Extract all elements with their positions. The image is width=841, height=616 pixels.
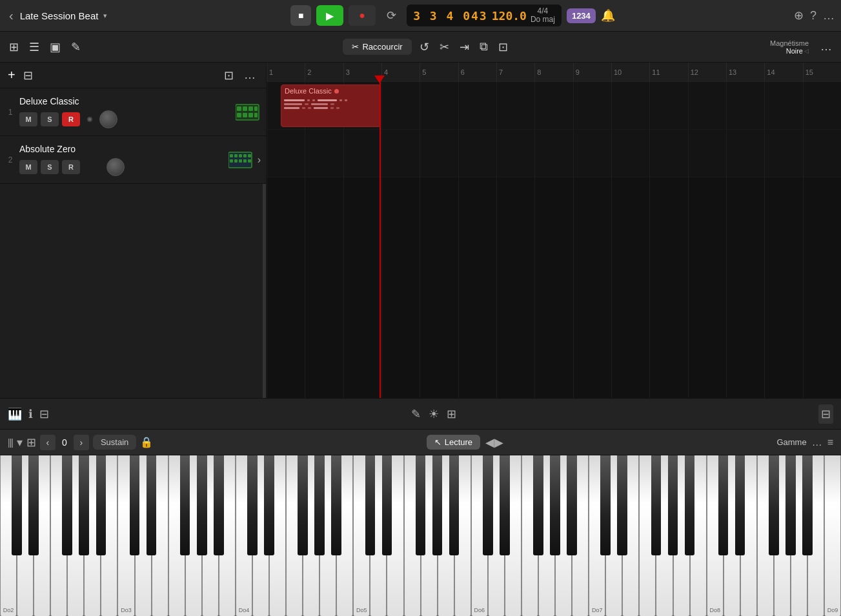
gamme-button[interactable]: Gamme [776,437,806,447]
black-key[interactable] [651,455,662,555]
piano-lines-button[interactable]: ≡ [827,437,833,448]
volume-knob-1[interactable] [99,110,117,128]
black-key[interactable] [382,455,392,555]
playhead[interactable] [380,82,381,398]
loop-button[interactable]: ↺ [417,37,432,57]
back-button[interactable]: ‹ [6,6,16,26]
black-key[interactable] [718,455,729,555]
add-track-button[interactable]: + [8,68,15,83]
black-key[interactable] [365,455,376,555]
help-icon-button[interactable]: ? [810,9,816,23]
more2-button[interactable]: ⊡ [496,37,511,57]
share-icon-button[interactable]: ⊕ [794,8,804,23]
sustain-button[interactable]: Sustain [93,435,136,450]
pencil-tool-btn[interactable]: ✎ [411,407,421,421]
record-button-2[interactable]: R [62,160,80,174]
black-key[interactable] [500,455,510,555]
layout-icon-button[interactable]: ⊞ [26,435,36,450]
black-key[interactable] [62,455,72,555]
sliders-tool-btn[interactable]: ⊞ [447,407,456,421]
mute-button-1[interactable]: M [19,112,37,126]
cycle-button[interactable]: ⟳ [381,5,401,26]
octave-prev-button[interactable]: ‹ [40,435,56,450]
raccourcir-button[interactable]: ✂ Raccourcir [343,39,411,55]
record-button-1[interactable]: R [62,112,80,126]
black-key[interactable] [247,455,258,555]
copy-panel-button[interactable]: ⧉ [477,37,491,56]
black-key[interactable] [735,455,745,555]
black-key[interactable] [483,455,493,555]
mute-button-2[interactable]: M [19,160,37,174]
title-chevron-icon[interactable]: ▾ [103,12,107,20]
key-label: Do2 [3,607,14,613]
resize-handle[interactable] [263,184,266,398]
black-key[interactable] [28,455,39,555]
black-key[interactable] [802,455,813,555]
keyboard-view-button[interactable]: ⊟ [818,404,833,424]
instrument-icon-1[interactable] [235,103,261,122]
list-view-button[interactable]: ☰ [26,37,42,57]
black-key[interactable] [197,455,207,555]
black-key[interactable] [96,455,106,555]
black-key[interactable] [416,455,426,555]
black-key[interactable] [668,455,678,555]
panel-view-button[interactable]: ▣ [47,37,63,57]
solo-button-2[interactable]: S [41,160,59,174]
black-key[interactable] [449,455,460,555]
black-key[interactable] [685,455,695,555]
clip-deluxe-classic[interactable]: Deluxe Classic [281,84,381,127]
black-key[interactable] [550,455,560,555]
black-key[interactable] [533,455,543,555]
black-key[interactable] [314,455,325,555]
black-key[interactable] [600,455,611,555]
black-key[interactable] [298,455,308,555]
black-key[interactable] [12,455,22,555]
track-name: Deluxe Classic [19,96,231,106]
volume-knob-2[interactable] [106,158,125,176]
solo-button-1[interactable]: S [41,112,59,126]
piano-more-button[interactable]: … [812,437,822,448]
pencil-tool-button[interactable]: ✎ [68,37,83,57]
lecture-button[interactable]: ↖ Lecture [427,435,480,450]
instrument-icon-2[interactable] [228,150,254,170]
piano-split-button[interactable]: ⊟ [39,407,49,421]
midi-button[interactable]: 1234 [567,8,596,23]
expand-track-button[interactable]: › [258,154,261,166]
signal-button[interactable]: ◀▶ [485,435,503,450]
black-key[interactable] [769,455,779,555]
scissors-button[interactable]: ✂ [437,37,452,57]
record-button[interactable]: ● [349,5,376,26]
header-panel-button[interactable]: ⊟ [21,66,35,85]
grid-line [267,82,267,398]
black-key[interactable] [264,455,274,555]
bottom-section: 🎹 ℹ ⊟ ✎ ☀ ⊞ ⊟ ||| ▾ ⊞ ‹ 0 › Sustain 🔒 [0,398,841,616]
black-key[interactable] [147,455,157,555]
piano-info-button[interactable]: ℹ [28,407,33,421]
timeline-track-row-2 [267,130,841,177]
black-key[interactable] [785,455,796,555]
sun-tool-btn[interactable]: ☀ [429,407,439,421]
black-key[interactable] [617,455,627,555]
track-options-button[interactable]: ⊡ [221,66,236,85]
black-key[interactable] [567,455,577,555]
merge-button[interactable]: ⇥ [457,37,472,57]
white-key[interactable]: Do9 [824,455,841,616]
black-key[interactable] [214,455,224,555]
bars-chevron-button[interactable]: ▾ [17,435,23,450]
key-label: Do3 [121,607,132,613]
black-key[interactable] [331,455,341,555]
bars-icon-button[interactable]: ||| [8,437,13,448]
black-key[interactable] [79,455,89,555]
piano-icon-button[interactable]: 🎹 [8,407,22,421]
toolbar-more-button[interactable]: … [818,37,835,56]
metronome-button[interactable]: 🔔 [601,8,615,23]
track-more-button[interactable]: … [241,66,258,84]
more-icon-button[interactable]: … [823,9,835,23]
octave-next-button[interactable]: › [74,435,89,450]
play-button[interactable]: ▶ [316,5,343,26]
black-key[interactable] [432,455,443,555]
stop-button[interactable]: ■ [290,5,311,26]
black-key[interactable] [180,455,190,555]
grid-view-button[interactable]: ⊞ [6,37,21,57]
black-key[interactable] [130,455,140,555]
